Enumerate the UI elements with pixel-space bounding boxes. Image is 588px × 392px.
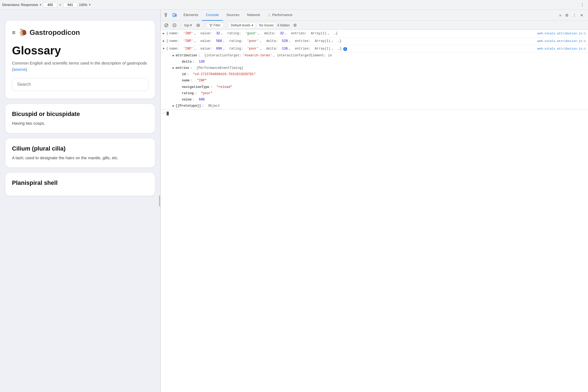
- term-desc-cilium: A lash; used to designate the hairs on t…: [12, 155, 148, 161]
- prop-prototype[interactable]: ▶ [[Prototype]]: Object: [161, 103, 588, 109]
- tab-more: » ⚙ ⋮ ✕: [558, 12, 587, 19]
- devtools-settings-button[interactable]: ⚙: [564, 12, 570, 19]
- devtools-tabs: Elements Console Sources Network ⚠ Perfo…: [161, 10, 588, 21]
- dimensions-dropdown-arrow[interactable]: ▾: [40, 3, 41, 7]
- log-content-1: {name: 'INP', value: 32, rating: 'good',…: [166, 31, 586, 36]
- top-bar: Dimensions: Responsive ▾ ✕ 100% ▾ ⋮: [0, 0, 588, 10]
- device-toolbar-button[interactable]: [171, 12, 178, 19]
- zoom-dropdown-arrow[interactable]: ▾: [89, 3, 91, 7]
- log-entry-1[interactable]: ▶ {name: 'INP', value: 32, rating: 'good…: [161, 30, 588, 38]
- term-card-cilium: Cilium (plural cilia) A lash; used to de…: [5, 139, 155, 168]
- console-cursor: [167, 112, 169, 115]
- expand-arrow-2[interactable]: ▶: [163, 39, 165, 44]
- devtools-panel: Elements Console Sources Network ⚠ Perfo…: [161, 10, 588, 392]
- toolbar-left: Dimensions: Responsive ▾ ✕ 100% ▾: [2, 2, 91, 8]
- tab-elements[interactable]: Elements: [180, 10, 202, 21]
- tab-icons-left: [162, 12, 180, 19]
- snail-icon: 🐌: [19, 28, 27, 37]
- more-tabs-button[interactable]: »: [558, 12, 563, 19]
- log-entry-3[interactable]: ▼ {name: 'INP', value: 696, rating: 'poo…: [161, 45, 588, 52]
- hidden-count-badge: 4 hidden: [277, 23, 290, 27]
- expand-arrow-entries[interactable]: ▶: [173, 66, 174, 71]
- prop-delta: delta: 136: [161, 59, 588, 65]
- log-content-2: {name: 'INP', value: 560, rating: 'poor'…: [166, 39, 586, 44]
- devtools-close-button[interactable]: ✕: [579, 12, 585, 19]
- prop-entries[interactable]: ▶ entries: [PerformanceEventTiming]: [161, 65, 588, 71]
- page-content: ≡ 🐌 Gastropodicon Glossary Common Englis…: [0, 10, 160, 392]
- resize-handle-bar: [159, 195, 160, 206]
- log-levels-button[interactable]: Default levels ▾: [228, 22, 256, 28]
- tab-sources[interactable]: Sources: [223, 10, 243, 21]
- dimensions-label[interactable]: Dimensions: Responsive: [2, 3, 38, 7]
- tab-network[interactable]: Network: [243, 10, 264, 21]
- main-split: ≡ 🐌 Gastropodicon Glossary Common Englis…: [0, 10, 588, 392]
- zoom-label[interactable]: 100%: [79, 3, 87, 7]
- term-title-planispiral: Planispiral shell: [12, 179, 148, 186]
- dimension-x-separator: ✕: [59, 3, 62, 7]
- width-input[interactable]: [43, 2, 57, 8]
- svg-rect-3: [173, 13, 175, 17]
- source-link-1[interactable]: web-vitals.attribution.js:1: [535, 31, 586, 36]
- expand-arrow-attribution[interactable]: ▶: [173, 53, 174, 58]
- live-expressions-button[interactable]: [195, 23, 202, 28]
- glossary-description: Common English and scientific terms used…: [12, 60, 148, 72]
- source-link[interactable]: source: [13, 67, 26, 72]
- log-entry-2[interactable]: ▶ {name: 'INP', value: 560, rating: 'poo…: [161, 38, 588, 45]
- filter-section[interactable]: Filter: [206, 23, 224, 28]
- expand-arrow-1[interactable]: ▶: [163, 31, 165, 36]
- overflow-menu-button[interactable]: ⋮: [579, 1, 586, 8]
- prop-id: id: "v4-1715704899419-7631921820701": [161, 71, 588, 78]
- console-prompt-icon: ›: [163, 111, 165, 116]
- site-header: ≡ 🐌 Gastropodicon: [12, 28, 148, 37]
- height-input[interactable]: [63, 2, 77, 8]
- toolbar-separator-3: [226, 23, 226, 28]
- term-desc-bicuspid: Having two cusps.: [12, 120, 148, 127]
- no-issues-badge: No Issues: [257, 22, 276, 28]
- resize-handle[interactable]: [159, 10, 160, 392]
- prop-name: name: "INP": [161, 78, 588, 84]
- hamburger-icon[interactable]: ≡: [12, 30, 16, 36]
- toolbar-separator-2: [204, 23, 204, 28]
- glossary-title: Glossary: [12, 44, 148, 57]
- expand-arrow-3[interactable]: ▼: [163, 46, 165, 51]
- browser-preview: ≡ 🐌 Gastropodicon Glossary Common Englis…: [0, 10, 161, 392]
- term-title-bicuspid: Bicuspid or bicuspidate: [12, 111, 148, 118]
- ban-button[interactable]: [163, 23, 170, 28]
- prop-attribution[interactable]: ▶ attribution: {interactionTarget: '#sea…: [161, 53, 588, 59]
- prop-navigation-type: navigationType: "reload": [161, 84, 588, 90]
- tab-console[interactable]: Console: [202, 10, 223, 21]
- console-settings-button[interactable]: ⚙: [292, 22, 298, 29]
- prop-value: value: 696: [161, 97, 588, 103]
- prop-rating: rating: "poor": [161, 90, 588, 97]
- toolbar-right: ⋮: [579, 1, 586, 8]
- info-badge: i: [343, 47, 347, 51]
- toolbar-separator-1: [180, 23, 180, 28]
- search-input[interactable]: [12, 78, 148, 91]
- performance-warning-icon: ⚠: [268, 13, 271, 17]
- term-title-cilium: Cilium (plural cilia): [12, 145, 148, 152]
- glossary-card: ≡ 🐌 Gastropodicon Glossary Common Englis…: [5, 21, 155, 99]
- source-link-2[interactable]: web-vitals.attribution.js:1: [535, 39, 586, 44]
- svg-rect-4: [176, 14, 176, 16]
- console-log: ▶ {name: 'INP', value: 32, rating: 'good…: [161, 30, 588, 392]
- inspect-element-button[interactable]: [163, 12, 170, 19]
- tab-performance[interactable]: ⚠ Performance: [264, 10, 296, 21]
- console-input-row[interactable]: ›: [161, 109, 588, 117]
- context-selector[interactable]: top ▾: [183, 22, 194, 28]
- expand-arrow-prototype[interactable]: ▶: [173, 103, 174, 109]
- svg-point-11: [198, 25, 199, 26]
- site-title: Gastropodicon: [30, 28, 80, 37]
- source-link-3[interactable]: web-vitals.attribution.js:1: [535, 47, 586, 51]
- svg-line-7: [165, 24, 168, 27]
- devtools-toolbar: top ▾ Filter Default levels ▾ No Issues …: [161, 21, 588, 30]
- site-logo: 🐌 Gastropodicon: [19, 28, 80, 37]
- term-card-planispiral: Planispiral shell: [5, 173, 155, 196]
- devtools-overflow-button[interactable]: ⋮: [571, 12, 578, 19]
- clear-button[interactable]: [171, 23, 178, 28]
- term-card-bicuspid: Bicuspid or bicuspidate Having two cusps…: [5, 104, 155, 133]
- log-content-3: {name: 'INP', value: 696, rating: 'poor'…: [166, 46, 586, 51]
- svg-rect-0: [165, 13, 167, 15]
